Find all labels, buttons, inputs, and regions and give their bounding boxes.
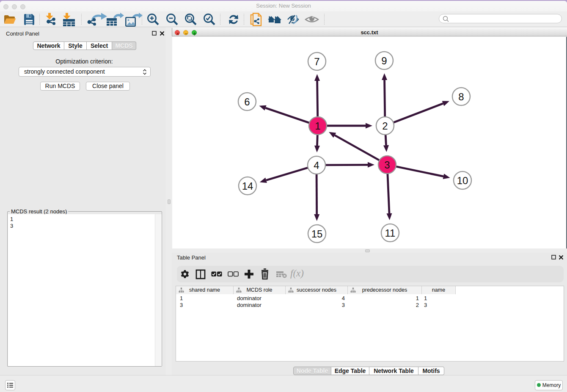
svg-text:2: 2 [382,120,388,132]
svg-text:15: 15 [311,228,323,240]
svg-text:7: 7 [314,56,319,67]
svg-text:3: 3 [384,159,390,171]
svg-text:4: 4 [314,160,319,171]
svg-text:10: 10 [457,175,468,186]
svg-text:1: 1 [315,120,320,132]
svg-text:9: 9 [381,55,387,66]
svg-text:14: 14 [242,180,253,192]
svg-text:11: 11 [385,227,396,239]
svg-text:8: 8 [458,91,464,102]
svg-text:6: 6 [244,96,250,108]
